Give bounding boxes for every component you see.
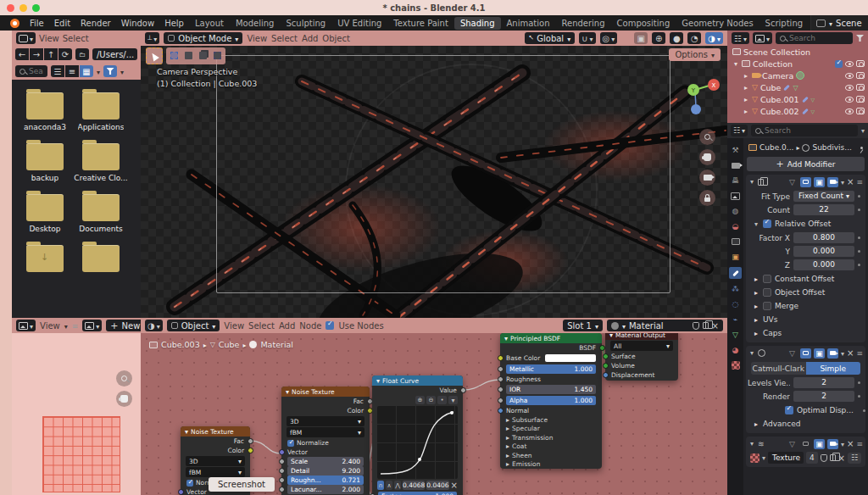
animate-dot[interactable]: [863, 409, 865, 412]
disable-render-icon[interactable]: [856, 72, 865, 79]
texture-users-badge[interactable]: 4: [806, 452, 818, 464]
menu-select[interactable]: Select: [63, 34, 89, 43]
value-socket[interactable]: [460, 387, 466, 393]
menu-node[interactable]: Node: [299, 321, 321, 331]
render-toggle-icon[interactable]: [827, 348, 838, 359]
pan-button[interactable]: [116, 391, 132, 407]
file-search-input[interactable]: [29, 67, 43, 75]
options-button[interactable]: Options: [669, 48, 721, 61]
relative-offset-row[interactable]: ▾ Relative Offset: [746, 217, 865, 231]
section-coat[interactable]: Coat: [500, 442, 602, 452]
displacement-socket[interactable]: [603, 372, 609, 378]
vector-socket[interactable]: [178, 489, 184, 495]
edit-mode-toggle-icon[interactable]: ▽: [787, 177, 798, 187]
collapse-caret-icon[interactable]: ▾: [732, 60, 739, 68]
roughness-socket[interactable]: [279, 477, 285, 483]
lacunarity-socket[interactable]: [279, 487, 285, 492]
vertical-list-icon[interactable]: ☰: [51, 65, 64, 77]
unlink-material-icon[interactable]: [712, 321, 719, 331]
animate-dot[interactable]: [858, 395, 860, 398]
menu-hamburger-icon[interactable]: [72, 321, 79, 331]
workspace-tab-modeling[interactable]: Modeling: [230, 17, 281, 30]
lacunarity-slider[interactable]: Lacunar...2.000: [287, 485, 364, 494]
node-principled-bsdf[interactable]: Principled BSDF BSDF Base Color Metallic…: [500, 333, 602, 469]
menu-select[interactable]: Select: [271, 34, 298, 43]
constant-offset-checkbox[interactable]: [763, 275, 771, 283]
levels-viewport-field[interactable]: 2: [793, 377, 854, 388]
merge-row[interactable]: ▸Merge: [746, 299, 865, 313]
workspace-tab-uv-editing[interactable]: UV Editing: [331, 17, 387, 30]
node-header[interactable]: Principled BSDF: [500, 333, 602, 343]
workspace-tab-shading[interactable]: Shading: [454, 17, 501, 30]
animate-dot[interactable]: [858, 264, 860, 266]
handle-free-icon[interactable]: ⋀: [394, 481, 401, 490]
workspace-tab-scripting[interactable]: Scripting: [760, 17, 809, 30]
bsdf-socket[interactable]: [599, 345, 605, 351]
factor-slider[interactable]: Factor1.000: [378, 492, 457, 495]
edit-mode-toggle-icon[interactable]: ▽: [787, 439, 798, 449]
node-material-output[interactable]: Material Output All Surface Volume Displ…: [605, 333, 678, 381]
scale-slider[interactable]: Scale2.400: [287, 457, 364, 466]
filter-icon[interactable]: [103, 65, 117, 77]
menu-add[interactable]: Add: [279, 321, 295, 331]
merge-checkbox[interactable]: [763, 302, 771, 310]
outliner-row-camera[interactable]: ▸ Camera: [727, 70, 868, 81]
folder-item[interactable]: backup: [17, 139, 73, 182]
expand-caret-icon[interactable]: ▸: [743, 72, 749, 80]
detail-socket[interactable]: [279, 468, 285, 474]
remove-modifier-icon[interactable]: [847, 348, 854, 358]
factor-z-field[interactable]: 0.000: [793, 259, 854, 270]
properties-search[interactable]: [751, 125, 858, 136]
advanced-row[interactable]: ▸Advanced: [746, 417, 865, 431]
copy-texture-icon[interactable]: [830, 454, 836, 461]
editor-type-button[interactable]: ☷: [731, 125, 748, 136]
fake-user-shield-icon[interactable]: [693, 322, 699, 330]
realtime-toggle-icon[interactable]: [800, 177, 811, 187]
ior-socket[interactable]: [498, 387, 504, 392]
subdivision-modifier-header[interactable]: ▾ ▽ ▣: [746, 346, 865, 360]
render-levels-field[interactable]: 2: [793, 391, 854, 402]
transform-orientation-dropdown[interactable]: ⭦Global: [525, 32, 575, 44]
refresh-icon[interactable]: ⟳: [58, 48, 72, 60]
tab-modifiers[interactable]: [729, 267, 742, 279]
tab-tool[interactable]: ⚒: [731, 145, 741, 155]
disable-render-icon[interactable]: [856, 108, 865, 114]
render-toggle-icon[interactable]: [827, 439, 838, 449]
uvs-row[interactable]: ▸UVs: [746, 313, 865, 326]
workspace-tab-animation[interactable]: Animation: [501, 17, 556, 30]
workspace-tab-geometry-nodes[interactable]: Geometry Nodes: [676, 17, 759, 30]
node-canvas[interactable]: Cube.003 ▽ Cube Material Noise Texture F…: [141, 333, 727, 495]
outliner-search-input[interactable]: [789, 34, 849, 42]
shading-rendered-icon[interactable]: ◑: [705, 32, 723, 44]
shader-type-dropdown[interactable]: Object: [167, 320, 220, 331]
editor-type-button[interactable]: ☷: [732, 32, 749, 44]
tab-scene[interactable]: ◍: [731, 206, 741, 216]
simple-button[interactable]: Simple: [806, 362, 861, 375]
curve-graph[interactable]: [377, 406, 458, 479]
menu-add[interactable]: Add: [302, 34, 318, 43]
menu-file[interactable]: File: [25, 19, 49, 28]
image-canvas[interactable]: [12, 333, 141, 495]
expand-caret-icon[interactable]: ▸: [743, 108, 749, 115]
texture-name-field[interactable]: Texture: [768, 452, 804, 464]
node-header[interactable]: Material Output: [605, 333, 678, 340]
fac-socket[interactable]: [248, 438, 253, 444]
outliner-search[interactable]: [776, 32, 853, 44]
roughness-socket[interactable]: [498, 376, 504, 382]
object-offset-row[interactable]: ▸Object Offset: [746, 286, 865, 299]
shading-material-icon[interactable]: ◔: [687, 32, 701, 44]
realtime-toggle-icon[interactable]: [800, 439, 811, 449]
point-y-field[interactable]: 0.0406: [426, 481, 448, 490]
options-chevron[interactable]: [861, 126, 865, 135]
workspace-tab-layout[interactable]: Layout: [189, 17, 230, 30]
circle-select-icon[interactable]: [196, 48, 210, 63]
forward-arrow-icon[interactable]: →: [30, 48, 43, 60]
caps-row[interactable]: ▸Caps: [746, 326, 865, 340]
surface-socket[interactable]: [603, 353, 609, 359]
remove-modifier-icon[interactable]: [847, 177, 854, 186]
animate-dot[interactable]: [858, 381, 860, 384]
folder-item[interactable]: [17, 241, 73, 272]
editor-type-button[interactable]: [16, 320, 36, 331]
folder-item[interactable]: Creative Clo...: [73, 139, 129, 182]
menu-view[interactable]: View: [247, 34, 267, 43]
